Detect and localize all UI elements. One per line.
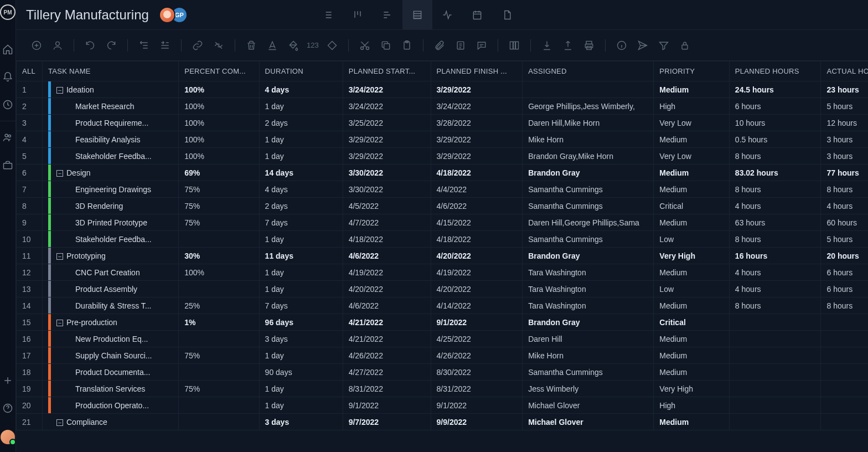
table-row[interactable]: 15−Pre-production1%96 days4/21/20229/1/2… [17,314,869,331]
view-sheet-icon[interactable] [402,0,432,30]
cell-task[interactable]: Product Requireme... [42,115,178,131]
view-list-icon[interactable] [313,0,343,30]
cell-duration[interactable]: 2 days [259,198,343,214]
cell-start-date[interactable]: 4/19/2022 [343,264,431,281]
cell-assigned[interactable]: Tara Washington [523,264,654,281]
cell-finish-date[interactable]: 4/20/2022 [431,281,523,297]
cell-finish-date[interactable]: 4/26/2022 [431,347,523,364]
assign-icon[interactable] [51,39,64,52]
col-header-priority[interactable]: PRIORITY [654,61,730,81]
cell-priority[interactable]: Very Low [654,148,730,165]
cell-priority[interactable]: Medium [654,214,730,231]
table-row[interactable]: 7Engineering Drawings75%4 days3/30/20224… [17,181,869,198]
col-header-percent[interactable]: PERCENT COM... [179,61,259,81]
cell-start-date[interactable]: 3/25/2022 [343,115,431,131]
row-number[interactable]: 20 [17,397,43,414]
row-number[interactable]: 9 [17,214,43,231]
row-number[interactable]: 6 [17,165,43,181]
export-icon[interactable] [561,39,575,52]
cell-planned-hours[interactable]: 10 hours [729,115,821,131]
link-icon[interactable] [191,39,204,52]
cell-priority[interactable]: Medium [654,165,730,181]
cell-actual-hours[interactable] [821,364,868,381]
row-number[interactable]: 10 [17,231,43,248]
cell-assigned[interactable]: Brandon Gray [523,314,654,331]
cell-duration[interactable]: 4 days [259,181,343,198]
cell-duration[interactable]: 7 days [259,214,343,231]
cell-actual-hours[interactable] [821,397,868,414]
cell-planned-hours[interactable]: 16 hours [729,248,821,264]
cell-priority[interactable]: Critical [654,198,730,214]
cell-task[interactable]: −Ideation [42,81,178,98]
cell-assigned[interactable]: Mike Horn [523,131,654,148]
cell-actual-hours[interactable]: 3 hours [821,131,868,148]
cell-priority[interactable]: Low [654,281,730,297]
view-activity-icon[interactable] [432,0,462,30]
cell-planned-hours[interactable]: 24.5 hours [729,81,821,98]
cell-duration[interactable]: 1 day [259,131,343,148]
cell-task[interactable]: Product Assembly [42,281,178,297]
cell-start-date[interactable]: 4/5/2022 [343,198,431,214]
cell-priority[interactable]: Medium [654,297,730,314]
cell-task[interactable]: Market Research [42,98,178,115]
row-number[interactable]: 15 [17,314,43,331]
cell-priority[interactable]: High [654,397,730,414]
col-header-all[interactable]: ALL [17,61,43,81]
cell-actual-hours[interactable]: 8 hours [821,181,868,198]
view-gantt-icon[interactable] [373,0,402,30]
cell-assigned[interactable]: Mike Horn [523,347,654,364]
cell-finish-date[interactable]: 4/20/2022 [431,248,523,264]
row-number[interactable]: 12 [17,264,43,281]
cell-percent[interactable] [179,281,259,297]
cell-priority[interactable]: Medium [654,264,730,281]
cell-priority[interactable]: Very Low [654,115,730,131]
add-button[interactable] [30,39,43,52]
cell-actual-hours[interactable]: 4 hours [821,198,868,214]
cell-percent[interactable]: 30% [179,248,259,264]
table-row[interactable]: 13Product Assembly1 day4/20/20224/20/202… [17,281,869,297]
cell-percent[interactable]: 100% [179,148,259,165]
cell-assigned[interactable]: Daren Hill,George Phillips,Sama [523,214,654,231]
table-row[interactable]: 11−Prototyping30%11 days4/6/20224/20/202… [17,248,869,264]
cell-assigned[interactable]: Tara Washington [523,297,654,314]
cell-percent[interactable]: 1% [179,314,259,331]
cell-percent[interactable]: 25% [179,297,259,314]
cell-priority[interactable]: Low [654,231,730,248]
cell-task[interactable]: Stakeholder Feedba... [42,231,178,248]
cell-duration[interactable]: 90 days [259,364,343,381]
view-board-icon[interactable] [343,0,373,30]
cell-task[interactable]: 3D Rendering [42,198,178,214]
cell-assigned[interactable]: Brandon Gray,Mike Horn [523,148,654,165]
cell-finish-date[interactable]: 3/29/2022 [431,148,523,165]
cell-duration[interactable]: 14 days [259,165,343,181]
cell-task[interactable]: −Compliance [42,414,178,430]
table-row[interactable]: 17Supply Chain Sourci...75%1 day4/26/202… [17,347,869,364]
table-row[interactable]: 5Stakeholder Feedba...100%1 day3/29/2022… [17,148,869,165]
cell-percent[interactable]: 100% [179,98,259,115]
cell-finish-date[interactable]: 9/1/2022 [431,314,523,331]
row-number[interactable]: 18 [17,364,43,381]
bell-icon[interactable] [2,71,14,83]
cell-planned-hours[interactable] [729,414,821,430]
send-icon[interactable] [636,39,649,52]
col-header-start[interactable]: PLANNED START... [343,61,431,81]
cell-finish-date[interactable]: 3/28/2022 [431,115,523,131]
cell-task[interactable]: −Pre-production [42,314,178,331]
cell-priority[interactable]: Medium [654,131,730,148]
print-icon[interactable] [582,39,596,52]
table-row[interactable]: 18Product Documenta...90 days4/27/20228/… [17,364,869,381]
cell-finish-date[interactable]: 4/15/2022 [431,214,523,231]
cell-actual-hours[interactable]: 6 hours [821,281,868,297]
cell-task[interactable]: Feasibility Analysis [42,131,178,148]
avatar-1[interactable] [159,7,175,23]
cell-assigned[interactable]: Tara Washington [523,281,654,297]
diamond-icon[interactable] [326,39,339,52]
cell-planned-hours[interactable] [729,347,821,364]
cell-duration[interactable]: 96 days [259,314,343,331]
cell-planned-hours[interactable]: 83.02 hours [729,165,821,181]
cell-start-date[interactable]: 4/26/2022 [343,347,431,364]
col-header-duration[interactable]: DURATION [259,61,343,81]
copy-icon[interactable] [379,39,392,52]
cell-start-date[interactable]: 3/30/2022 [343,181,431,198]
table-row[interactable]: 21−Compliance3 days9/7/20229/9/2022Micha… [17,414,869,430]
